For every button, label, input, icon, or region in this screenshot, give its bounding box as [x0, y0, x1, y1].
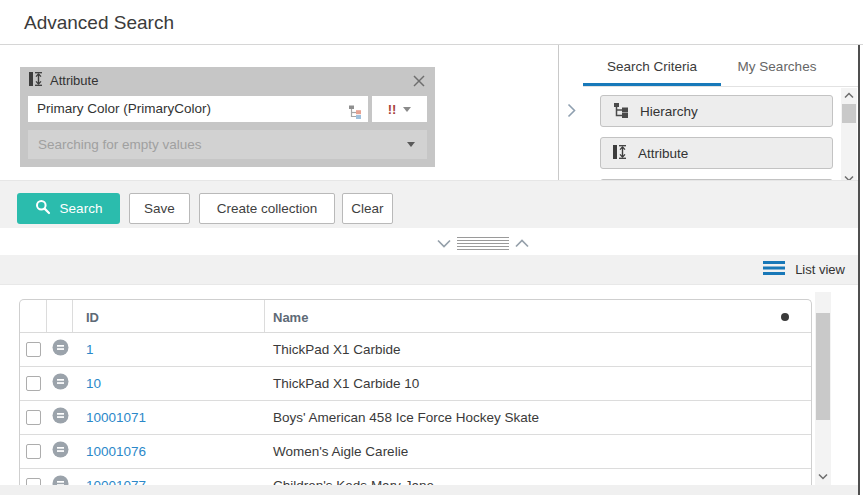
save-button[interactable]: Save	[129, 193, 190, 224]
close-icon[interactable]	[412, 74, 426, 88]
product-icon	[52, 475, 69, 485]
operator-label: !!	[388, 102, 397, 117]
row-name: Boys' American 458 Ice Force Hockey Skat…	[265, 410, 811, 425]
collapse-down-icon[interactable]	[437, 234, 451, 252]
search-toolbar: Search Save Create collection Clear	[0, 180, 858, 228]
scroll-down-icon[interactable]	[817, 471, 829, 481]
table-row[interactable]: 1 ThickPad X1 Carbide	[20, 333, 811, 367]
tab-search-criteria[interactable]: Search Criteria	[583, 45, 721, 86]
create-collection-button[interactable]: Create collection	[199, 193, 335, 224]
panel-tabs: Search Criteria My Searches	[583, 45, 858, 87]
product-icon	[52, 441, 69, 462]
row-id-link[interactable]: 10001077	[73, 478, 265, 485]
results-scrollbar[interactable]	[815, 292, 831, 485]
value-select-disabled[interactable]: Searching for empty values	[28, 130, 427, 159]
view-mode-label[interactable]: List view	[795, 262, 845, 277]
product-icon	[52, 339, 69, 360]
criteria-button-label: Hierarchy	[640, 104, 698, 119]
row-name: ThickPad X1 Carbide 10	[265, 376, 811, 391]
advanced-search-screen: Advanced Search Attribute	[0, 0, 863, 495]
criteria-area: Attribute Primary Color (PrimaryColor)	[0, 45, 558, 180]
column-options-icon[interactable]	[781, 313, 789, 321]
criteria-card-header: Attribute	[20, 67, 435, 94]
hierarchy-picker-icon[interactable]	[348, 102, 362, 116]
page-header: Advanced Search	[0, 0, 863, 45]
clear-button[interactable]: Clear	[342, 193, 393, 224]
table-row[interactable]: 10001071 Boys' American 458 Ice Force Ho…	[20, 401, 811, 435]
value-select-placeholder: Searching for empty values	[28, 130, 427, 159]
splitter-strip	[0, 228, 858, 255]
chevron-down-icon	[407, 142, 415, 147]
results-area: ID Name 1 ThickPad X1 Carbide 1	[0, 285, 858, 485]
product-icon	[52, 407, 69, 428]
row-checkbox[interactable]	[26, 376, 41, 391]
attribute-icon	[613, 144, 627, 163]
type-column-header	[47, 300, 73, 332]
row-checkbox[interactable]	[26, 410, 41, 425]
row-checkbox[interactable]	[26, 342, 41, 357]
row-id-link[interactable]: 1	[73, 342, 265, 357]
panel-collapse-strip[interactable]	[558, 45, 583, 180]
chevron-down-icon	[403, 107, 411, 112]
list-view-icon[interactable]	[763, 260, 785, 280]
row-name: Women's Aigle Carelie	[265, 444, 811, 459]
row-checkbox[interactable]	[26, 444, 41, 459]
tab-my-searches[interactable]: My Searches	[721, 45, 833, 86]
attribute-field[interactable]: Primary Color (PrimaryColor)	[28, 96, 368, 122]
row-id-link[interactable]: 10001071	[73, 410, 265, 425]
view-toolbar: List view	[0, 255, 858, 285]
results-table: ID Name 1 ThickPad X1 Carbide 1	[19, 299, 812, 485]
search-criteria-panel: Search Criteria My Searches Hierarchy	[583, 45, 858, 188]
row-checkbox[interactable]	[26, 478, 41, 485]
row-name: Children's Keds Mary Jane	[265, 478, 811, 485]
attribute-criteria-card: Attribute Primary Color (PrimaryColor)	[20, 67, 435, 167]
attribute-field-value: Primary Color (PrimaryColor)	[37, 101, 211, 116]
name-column-header[interactable]: Name	[265, 300, 811, 332]
product-icon	[52, 373, 69, 394]
table-row[interactable]: 10001076 Women's Aigle Carelie	[20, 435, 811, 469]
page-title: Advanced Search	[24, 12, 174, 34]
bottom-strip	[0, 485, 858, 495]
panel-edge-divider	[858, 45, 860, 495]
criteria-button-label: Attribute	[638, 146, 688, 161]
row-id-link[interactable]: 10001076	[73, 444, 265, 459]
table-row[interactable]: 10 ThickPad X1 Carbide 10	[20, 367, 811, 401]
search-icon	[35, 199, 51, 218]
attribute-icon	[29, 71, 43, 91]
scroll-up-icon[interactable]	[843, 90, 855, 100]
search-button-label: Search	[60, 201, 103, 216]
table-row[interactable]: 10001077 Children's Keds Mary Jane	[20, 469, 811, 485]
criteria-button-attribute[interactable]: Attribute	[600, 137, 833, 169]
id-column-header[interactable]: ID	[73, 300, 265, 332]
expand-up-icon[interactable]	[515, 234, 529, 252]
criteria-button-hierarchy[interactable]: Hierarchy	[600, 95, 833, 127]
search-button[interactable]: Search	[17, 193, 120, 224]
criteria-type-label: Attribute	[50, 73, 98, 88]
table-header-row: ID Name	[20, 300, 811, 333]
name-column-label: Name	[273, 310, 308, 325]
row-id-link[interactable]: 10	[73, 376, 265, 391]
operator-dropdown[interactable]: !!	[372, 96, 427, 122]
chevron-right-icon[interactable]	[567, 103, 576, 122]
scrollbar-thumb[interactable]	[842, 104, 856, 123]
splitter-grip-handle[interactable]	[457, 237, 509, 250]
select-all-column-header	[20, 300, 47, 332]
hierarchy-icon	[613, 102, 629, 121]
row-name: ThickPad X1 Carbide	[265, 342, 811, 357]
scrollbar-thumb[interactable]	[816, 313, 830, 420]
panel-scrollbar[interactable]	[841, 88, 857, 185]
